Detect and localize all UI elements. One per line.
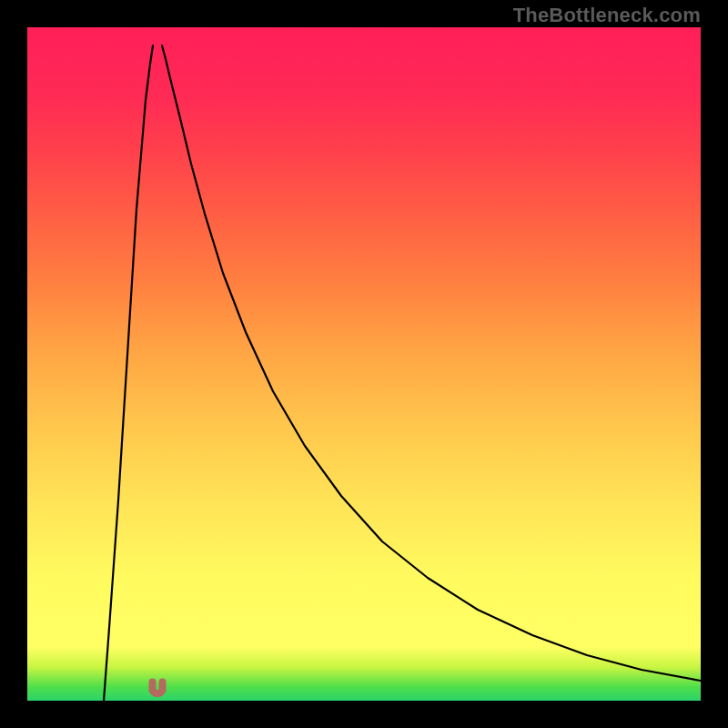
plot-area xyxy=(27,27,701,701)
watermark-text: TheBottleneck.com xyxy=(513,4,701,27)
curve-right-branch xyxy=(162,46,701,681)
trough-marker xyxy=(153,682,163,694)
chart-frame: TheBottleneck.com xyxy=(0,0,728,728)
curve-layer xyxy=(27,27,701,701)
curve-left-branch xyxy=(104,46,153,701)
